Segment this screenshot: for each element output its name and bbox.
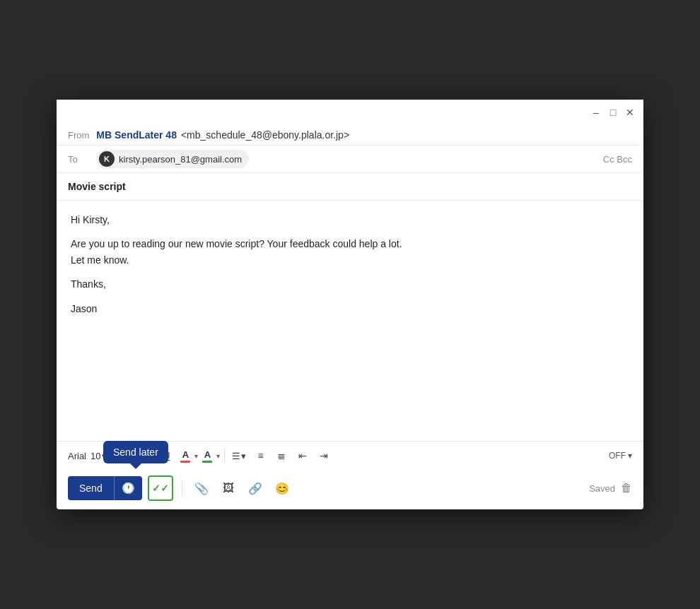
ordered-list-icon: ≡ [257, 450, 263, 461]
checkmark-icon: ✓✓ [152, 483, 169, 494]
chevron-down-icon-2: ▾ [216, 452, 220, 460]
image-button[interactable]: 🖼 [218, 478, 239, 499]
compose-window: – □ ✕ From MB SendLater 48 <mb_schedule_… [57, 100, 643, 509]
from-row: From MB SendLater 48 <mb_schedule_48@ebo… [57, 125, 643, 146]
checkmark-button[interactable]: ✓✓ [148, 475, 173, 501]
send-later-button[interactable]: 🕐 [114, 476, 142, 500]
body-paragraph: Are you up to reading our new movie scri… [71, 236, 629, 268]
link-button[interactable]: 🔗 [245, 478, 266, 499]
emoji-button[interactable]: 😊 [272, 478, 293, 499]
emoji-icon: 😊 [275, 482, 289, 495]
clock-icon: 🕐 [122, 482, 135, 495]
sender-name: MB SendLater 48 [96, 129, 177, 141]
body-signature: Jason [71, 301, 629, 317]
underline-button[interactable]: U [156, 446, 176, 466]
subject-row: Movie script [57, 173, 643, 201]
link-icon: 🔗 [248, 482, 262, 495]
send-group: Send later Send 🕐 [68, 476, 142, 500]
off-toggle[interactable]: OFF ▾ [609, 451, 632, 461]
bg-color-letter: A [204, 449, 211, 460]
font-name-label: Arial [68, 451, 86, 461]
window-controls: – □ ✕ [591, 107, 635, 117]
indent-increase-icon: ⇥ [320, 450, 328, 461]
attach-button[interactable]: 📎 [191, 478, 212, 499]
unordered-list-button[interactable]: ≣ [272, 446, 291, 466]
send-label: Send [79, 483, 103, 494]
body-line3: Let me know. [71, 254, 129, 266]
minimize-button[interactable]: – [591, 107, 601, 117]
font-color-button[interactable]: A [177, 448, 193, 464]
send-row: Send later Send 🕐 ✓✓ 📎 🖼 🔗 😊 Saved 🗑 [57, 470, 643, 509]
align-chevron: ▾ [241, 451, 246, 461]
body-thanks: Thanks, [71, 276, 629, 292]
saved-status: Saved 🗑 [589, 482, 632, 495]
separator-actions [182, 481, 182, 495]
font-color-bar [180, 461, 190, 463]
from-label: From [68, 130, 89, 141]
maximize-button[interactable]: □ [608, 107, 618, 117]
body-line2: Are you up to reading our new movie scri… [71, 238, 402, 249]
font-size-value: 10 [91, 451, 100, 461]
indent-decrease-icon: ⇤ [298, 450, 307, 461]
to-label: To [68, 154, 89, 165]
title-bar: – □ ✕ [57, 100, 643, 125]
avatar: K [99, 151, 115, 167]
bg-color-button[interactable]: A [199, 448, 215, 464]
bg-color-bar [202, 461, 212, 463]
font-size-selector[interactable]: 10 ▾ [91, 451, 107, 461]
indent-increase-button[interactable]: ⇥ [314, 446, 334, 466]
align-icon: ☰ [232, 451, 240, 461]
formatting-toolbar: Arial 10 ▾ B I U A ▾ A ▾ ☰ ▾ ≡ ≣ ⇤ [57, 441, 643, 470]
close-button[interactable]: ✕ [625, 107, 635, 117]
to-row: To K kirsty.pearson_81@gmail.com Cc Bcc [57, 146, 643, 173]
sender-email: <mb_schedule_48@ebony.plala.or.jp> [181, 129, 349, 141]
image-icon: 🖼 [223, 482, 234, 495]
unordered-list-icon: ≣ [277, 450, 286, 461]
separator-1 [224, 449, 225, 463]
attach-icon: 📎 [194, 482, 209, 495]
send-button[interactable]: Send [68, 476, 114, 500]
recipient-chip[interactable]: K kirsty.pearson_81@gmail.com [96, 150, 249, 168]
saved-text: Saved [589, 483, 615, 494]
delete-icon[interactable]: 🗑 [621, 482, 632, 495]
off-label: OFF [609, 451, 626, 461]
ordered-list-button[interactable]: ≡ [250, 446, 270, 466]
off-chevron: ▾ [628, 451, 632, 461]
chevron-down-icon: ▾ [194, 452, 198, 460]
cc-bcc-button[interactable]: Cc Bcc [603, 154, 632, 165]
recipient-email: kirsty.pearson_81@gmail.com [119, 154, 242, 165]
font-size-dropdown-icon: ▾ [102, 451, 107, 461]
font-color-letter: A [182, 449, 189, 460]
bold-button[interactable]: B [114, 446, 134, 466]
indent-decrease-button[interactable]: ⇤ [293, 446, 313, 466]
subject-text: Movie script [68, 181, 126, 192]
italic-button[interactable]: I [135, 446, 155, 466]
align-button[interactable]: ☰ ▾ [229, 449, 249, 463]
email-body[interactable]: Hi Kirsty, Are you up to reading our new… [57, 201, 643, 441]
body-greeting: Hi Kirsty, [71, 212, 629, 227]
